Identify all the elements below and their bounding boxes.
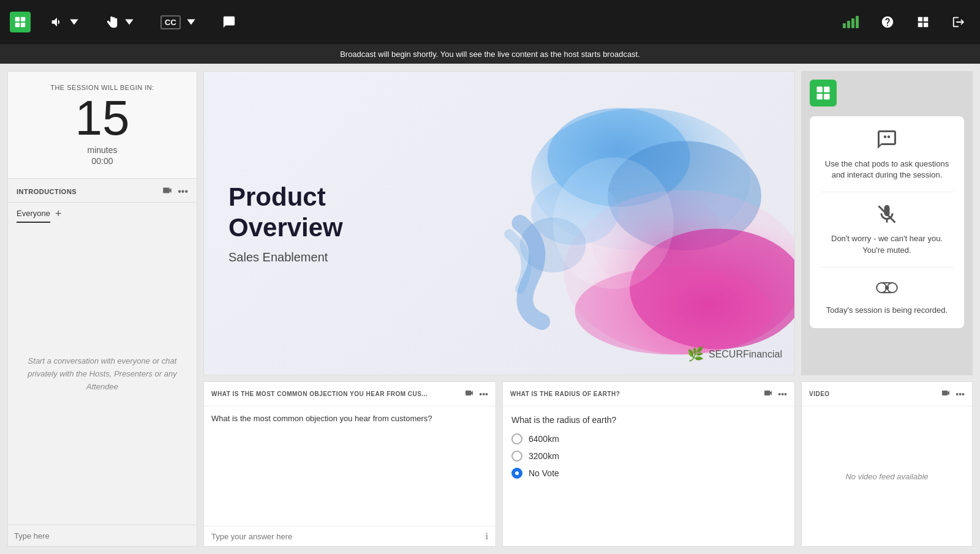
info-text-0: Use the chat pods to ask questions and i… [820,159,954,181]
question-pod-title: WHAT IS THE MOST COMMON OBJECTION YOU HE… [211,391,428,397]
video-pod-more-icon[interactable]: ••• [956,389,965,399]
info-divider-0 [820,192,954,192]
audio-icon [50,15,64,29]
poll-pod-title: WHAT IS THE RADIUS OF EARTH? [510,391,620,397]
svg-rect-17 [824,94,829,99]
left-panel: THE SESSION WILL BEGIN IN: 15 minutes 00… [7,71,197,547]
svg-point-19 [884,135,887,138]
poll-video-icon[interactable] [763,388,773,400]
svg-point-18 [888,135,891,138]
poll-option-1[interactable]: 3200km [511,451,786,462]
panel-more-icon[interactable]: ••• [178,186,188,197]
info-text-1: Don't worry - we can't hear you. You're … [820,233,954,255]
exit-icon [952,15,965,29]
cc-chevron-icon [184,15,198,29]
broadcast-banner: Broadcast will begin shortly. You will s… [0,44,980,64]
hands-button[interactable] [100,12,141,32]
info-card: Use the chat pods to ask questions and i… [810,116,964,328]
logo-button[interactable] [10,12,31,32]
main-content: THE SESSION WILL BEGIN IN: 15 minutes 00… [0,64,980,554]
audio-button[interactable] [45,12,86,32]
video-pod: VIDEO ••• No video feed available [801,381,973,547]
radio-novote[interactable] [511,468,522,479]
svg-point-21 [876,283,886,293]
audio-chevron-icon [67,15,81,29]
introductions-panel: INTRODUCTIONS ••• Everyone + Start a con… [8,179,197,546]
slide-logo: 🌿 SECURFinancial [687,346,782,362]
tab-add-button[interactable]: + [55,208,62,223]
poll-pod-header: WHAT IS THE RADIUS OF EARTH? ••• [503,382,794,406]
bottom-pods: WHAT IS THE MOST COMMON OBJECTION YOU HE… [203,381,795,547]
video-pod-screen-icon[interactable] [941,388,951,400]
question-pod-header: WHAT IS THE MOST COMMON OBJECTION YOU HE… [204,382,496,406]
tabs-row: Everyone + [8,203,197,224]
slide-subtitle: Sales Enablement [228,250,343,264]
signal-icon [843,16,859,28]
slide-title: ProductOverview [228,182,343,244]
poll-option-label-0: 6400km [529,434,559,444]
question-pod-body: What is the most common objection you he… [204,406,496,526]
question-input-icon: ℹ [485,531,488,541]
right-logo-icon [815,84,832,102]
info-divider-1 [820,267,954,268]
broadcast-message: Broadcast will begin shortly. You will s… [340,50,640,59]
hands-icon [105,15,119,29]
radio-inner [515,471,519,475]
poll-question: What is the radius of earth? [511,415,786,425]
chat-pod-icon [820,129,954,155]
panel-header: INTRODUCTIONS ••• [8,179,197,203]
logo-leaf-icon: 🌿 [687,346,704,362]
question-video-icon[interactable] [464,388,474,400]
chat-button[interactable] [217,12,241,32]
info-text-2: Today's session is being recorded. [826,305,948,316]
signal-button[interactable] [838,12,864,32]
presentation-area: ProductOverview Sales Enablement [203,71,795,375]
question-pod: WHAT IS THE MOST COMMON OBJECTION YOU HE… [203,381,496,547]
svg-rect-3 [21,23,25,27]
video-pod-title: VIDEO [809,391,830,397]
introductions-title: INTRODUCTIONS [17,188,77,195]
timer-number: 15 [20,94,184,143]
presentation-slide: ProductOverview Sales Enablement [204,72,794,375]
question-pod-actions: ••• [464,388,488,400]
panel-video-icon[interactable] [162,185,173,198]
recording-icon [826,279,948,301]
svg-rect-0 [15,17,20,21]
chat-empty-text: Start a conversation with everyone or ch… [20,355,184,393]
poll-option-0[interactable]: 6400km [511,433,786,444]
hands-chevron-icon [123,15,136,29]
poll-pod: WHAT IS THE RADIUS OF EARTH? ••• What is… [502,381,795,547]
timer-minutes: minutes [20,145,184,155]
video-pod-header: VIDEO ••• [802,382,972,406]
layout-button[interactable] [911,12,935,32]
exit-button[interactable] [947,12,970,32]
chat-input[interactable] [14,531,190,541]
nav-right [838,12,970,32]
layout-icon [916,15,930,29]
tab-everyone[interactable]: Everyone [17,209,50,223]
info-item-0: Use the chat pods to ask questions and i… [820,129,954,181]
question-more-icon[interactable]: ••• [479,389,488,399]
question-input[interactable] [211,532,485,541]
svg-rect-1 [21,17,25,21]
chat-icon [222,15,236,29]
slide-text-area: ProductOverview Sales Enablement [228,182,343,265]
radio-6400km[interactable] [511,433,522,444]
chat-empty-area: Start a conversation with everyone or ch… [8,224,197,525]
info-item-1: Don't worry - we can't hear you. You're … [820,203,954,255]
poll-option-2[interactable]: No Vote [511,468,786,479]
svg-point-25 [885,286,889,290]
svg-rect-16 [817,94,823,99]
timer-time: 00:00 [20,156,184,166]
svg-point-13 [553,157,674,289]
poll-option-label-1: 3200km [529,451,559,461]
cc-button[interactable]: CC [156,12,203,33]
smoke-effect [410,72,794,375]
radio-3200km[interactable] [511,451,522,462]
no-video-text: No video feed available [845,472,928,481]
smoke-svg [410,72,794,375]
poll-more-icon[interactable]: ••• [778,389,787,399]
video-pod-actions: ••• [941,388,965,400]
help-icon [881,15,894,29]
help-button[interactable] [876,12,899,32]
